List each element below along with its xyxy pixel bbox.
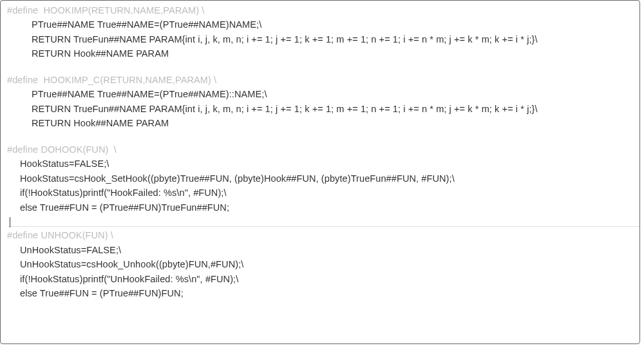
code-line: RETURN TrueFun##NAME PARAM{int i, j, k, … [7, 32, 639, 46]
directive-dohook: #define DOHOOK(FUN) \ [7, 142, 639, 157]
code-line: HookStatus=csHook_SetHook((pbyte)True##F… [7, 171, 639, 186]
code-line: if(!HookStatus)printf("HookFailed: %s\n"… [7, 186, 639, 200]
code-line: UnHookStatus=csHook_Unhook((pbyte)FUN,#F… [7, 257, 639, 271]
code-line: else True##FUN = (PTrue##FUN)TrueFun##FU… [7, 200, 639, 215]
block-dohook: #define DOHOOK(FUN) \ HookStatus=FALSE;\… [7, 142, 639, 215]
code-line: PTrue##NAME True##NAME=(PTrue##NAME)NAME… [7, 17, 639, 32]
code-document: #define HOOKIMP(RETURN,NAME,PARAM) \ PTr… [0, 0, 640, 344]
code-line: else True##FUN = (PTrue##FUN)FUN; [7, 286, 639, 300]
code-line: RETURN Hook##NAME PARAM [7, 116, 639, 130]
code-line: HookStatus=FALSE;\ [7, 157, 639, 171]
directive-unhook: #define UNHOOK(FUN) \ [7, 228, 639, 242]
code-line: RETURN TrueFun##NAME PARAM{int i, j, k, … [7, 102, 639, 116]
code-line: UnHookStatus=FALSE;\ [7, 243, 639, 257]
code-line: if(!HookStatus)printf("UnHookFailed: %s\… [7, 272, 639, 286]
separator [7, 226, 639, 227]
cursor-line[interactable] [7, 215, 639, 225]
block-hookimp: #define HOOKIMP(RETURN,NAME,PARAM) \ PTr… [7, 3, 639, 61]
directive-hookimp-c: #define HOOKIMP_C(RETURN,NAME,PARAM) \ [7, 73, 639, 87]
code-line: PTrue##NAME True##NAME=(PTrue##NAME)::NA… [7, 87, 639, 101]
directive-hookimp: #define HOOKIMP(RETURN,NAME,PARAM) \ [7, 3, 639, 17]
text-cursor-icon [10, 217, 10, 227]
block-hookimp-c: #define HOOKIMP_C(RETURN,NAME,PARAM) \ P… [7, 73, 639, 131]
block-unhook: #define UNHOOK(FUN) \ UnHookStatus=FALSE… [7, 228, 639, 300]
code-line: RETURN Hook##NAME PARAM [7, 46, 639, 61]
